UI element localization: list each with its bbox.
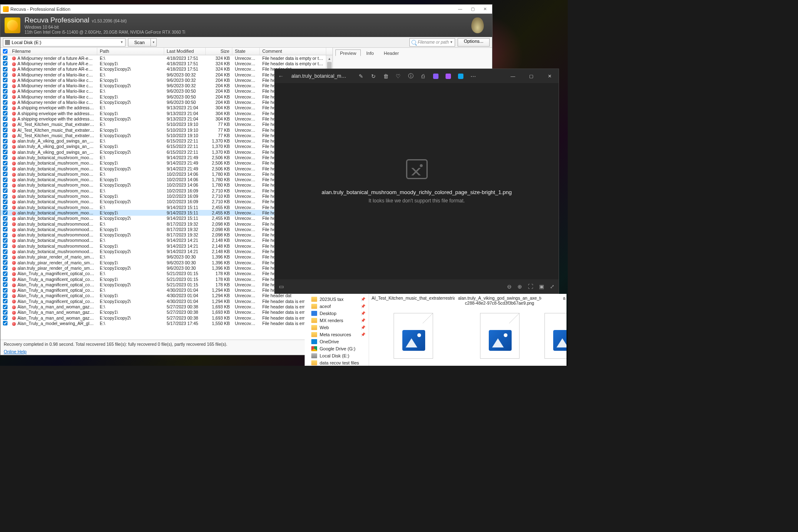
edit-icon[interactable]: ✎ <box>356 71 366 81</box>
row-checkbox[interactable] <box>0 271 10 276</box>
col-comment[interactable]: Comment <box>260 48 326 55</box>
row-checkbox[interactable] <box>0 100 10 105</box>
table-row[interactable]: Alan_Truly_a_model_wearing_AR_glasses_on… <box>0 320 332 326</box>
row-checkbox[interactable] <box>0 111 10 116</box>
row-checkbox[interactable] <box>0 205 10 209</box>
close-button[interactable]: ✕ <box>479 5 491 13</box>
row-checkbox[interactable] <box>0 293 10 298</box>
row-checkbox[interactable] <box>0 249 10 254</box>
row-checkbox[interactable] <box>0 161 10 165</box>
row-checkbox[interactable] <box>0 61 10 66</box>
favorite-icon[interactable]: ♡ <box>393 71 403 81</box>
recuva-titlebar[interactable]: Recuva - Professional Edition — ▢ ✕ <box>0 5 492 14</box>
row-checkbox[interactable] <box>0 188 10 193</box>
row-checkbox[interactable] <box>0 227 10 232</box>
file-item[interactable]: alan.truly_A_viking_god_swings_an_axe_to… <box>458 296 541 359</box>
nav-item[interactable]: 2023US tax📌 <box>305 296 369 303</box>
table-row[interactable]: Alan_Truly_a_magnificent_optical_compute… <box>0 298 332 304</box>
row-checkbox[interactable] <box>0 288 10 293</box>
select-all-checkbox[interactable] <box>0 48 10 55</box>
minimize-button[interactable]: — <box>504 69 522 83</box>
row-checkbox[interactable] <box>0 172 10 176</box>
fullscreen-icon[interactable]: ⤢ <box>550 283 554 290</box>
row-checkbox[interactable] <box>0 116 10 121</box>
row-checkbox[interactable] <box>0 321 10 325</box>
col-filename[interactable]: Filename <box>10 48 97 55</box>
row-checkbox[interactable] <box>0 194 10 199</box>
zoom-in-icon[interactable]: ⊕ <box>517 283 522 290</box>
row-checkbox[interactable] <box>0 210 10 215</box>
row-checkbox[interactable] <box>0 255 10 259</box>
options-button[interactable]: Options... <box>458 38 490 47</box>
row-checkbox[interactable] <box>0 89 10 94</box>
close-button[interactable]: ✕ <box>540 69 559 83</box>
col-size[interactable]: Size <box>206 48 232 55</box>
more-icon[interactable]: ⋯ <box>468 71 478 81</box>
filmstrip-icon[interactable]: ▭ <box>279 283 284 290</box>
table-row[interactable]: A Midjourney render of a future AR-enhan… <box>0 55 332 61</box>
nav-item[interactable]: aceof📌 <box>305 303 369 310</box>
clipchamp-icon[interactable] <box>431 71 441 81</box>
file-item[interactable]: AI_Test_Kitchen_music_that_extraterrestr… <box>372 296 455 359</box>
nav-item[interactable]: Web📌 <box>305 324 369 331</box>
row-checkbox[interactable] <box>0 238 10 243</box>
row-checkbox[interactable] <box>0 122 10 127</box>
col-state[interactable]: State <box>232 48 260 55</box>
row-checkbox[interactable] <box>0 56 10 60</box>
row-checkbox[interactable] <box>0 144 10 149</box>
nav-item[interactable]: data recov test files <box>305 359 369 366</box>
print-icon[interactable]: ⎙ <box>418 71 428 81</box>
row-checkbox[interactable] <box>0 216 10 221</box>
row-checkbox[interactable] <box>0 260 10 265</box>
nav-item[interactable]: MX renders📌 <box>305 317 369 324</box>
table-row[interactable]: Alan_Truly_a_man_and_woman_gaze_with_won… <box>0 310 332 315</box>
minimize-button[interactable]: — <box>454 5 466 13</box>
row-checkbox[interactable] <box>0 315 10 320</box>
scan-dropdown-button[interactable]: ▼ <box>151 38 157 47</box>
row-checkbox[interactable] <box>0 139 10 143</box>
row-checkbox[interactable] <box>0 266 10 270</box>
nav-item[interactable]: Desktop📌 <box>305 310 369 317</box>
tab-header[interactable]: Header <box>379 49 403 56</box>
info-icon[interactable]: ⓘ <box>406 71 416 81</box>
row-checkbox[interactable] <box>0 150 10 154</box>
row-checkbox[interactable] <box>0 78 10 82</box>
scan-button[interactable]: Scan <box>128 38 151 47</box>
row-checkbox[interactable] <box>0 84 10 88</box>
row-checkbox[interactable] <box>0 233 10 237</box>
actual-size-icon[interactable]: ▣ <box>539 283 544 290</box>
row-checkbox[interactable] <box>0 106 10 110</box>
table-row[interactable]: Alan_Truly_a_man_and_woman_gaze_with_won… <box>0 304 332 309</box>
col-last-modified[interactable]: Last Modified <box>164 48 206 55</box>
search-input[interactable]: Filename or path ▼ <box>409 38 455 47</box>
row-checkbox[interactable] <box>0 305 10 309</box>
row-checkbox[interactable] <box>0 244 10 248</box>
file-item[interactable]: a <box>544 296 566 359</box>
designer-icon[interactable] <box>443 71 453 81</box>
row-checkbox[interactable] <box>0 155 10 160</box>
row-checkbox[interactable] <box>0 299 10 303</box>
col-path[interactable]: Path <box>97 48 164 55</box>
row-checkbox[interactable] <box>0 183 10 187</box>
row-checkbox[interactable] <box>0 282 10 287</box>
table-row[interactable]: A Midjourney render of a future AR-enhan… <box>0 61 332 66</box>
tab-preview[interactable]: Preview <box>335 49 361 56</box>
row-checkbox[interactable] <box>0 128 10 132</box>
row-checkbox[interactable] <box>0 94 10 99</box>
maximize-button[interactable]: ▢ <box>522 69 540 83</box>
back-button[interactable]: ← <box>278 73 290 79</box>
nav-item[interactable]: Local Disk (E:) <box>305 352 369 359</box>
table-row[interactable]: Alan_Truly_a_man_and_woman_gaze_with_won… <box>0 315 332 320</box>
row-checkbox[interactable] <box>0 72 10 77</box>
row-checkbox[interactable] <box>0 310 10 315</box>
row-checkbox[interactable] <box>0 200 10 204</box>
drive-select[interactable]: Local Disk (E:) ▼ <box>3 38 126 47</box>
delete-icon[interactable]: 🗑 <box>381 71 391 81</box>
row-checkbox[interactable] <box>0 166 10 171</box>
nav-item[interactable]: Google Drive (G:) <box>305 345 369 352</box>
maximize-button[interactable]: ▢ <box>466 5 479 13</box>
onedrive-icon[interactable] <box>456 71 466 81</box>
fit-icon[interactable]: ⛶ <box>528 283 533 290</box>
tab-info[interactable]: Info <box>362 49 378 56</box>
row-checkbox[interactable] <box>0 277 10 281</box>
